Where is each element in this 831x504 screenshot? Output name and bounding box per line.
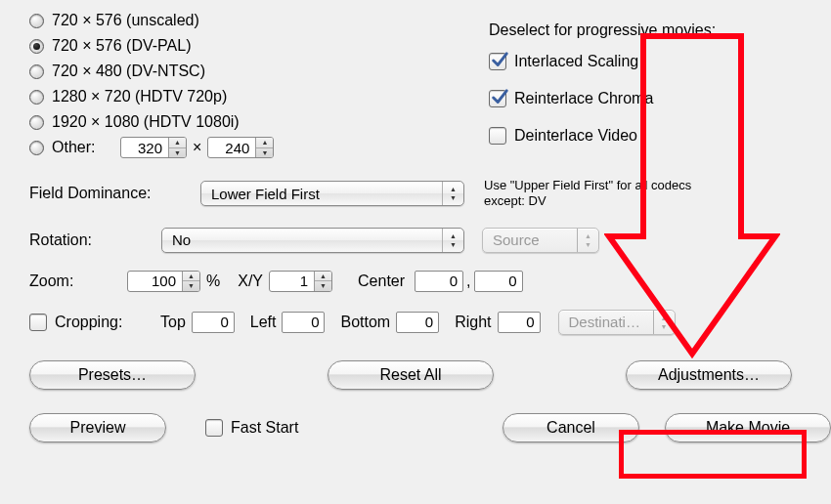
deselect-header: Deselect for progressive movies: [489,21,782,39]
chevron-updown-icon: ▲▼ [577,229,598,252]
chevron-updown-icon: ▲▼ [442,229,463,252]
checkbox-deinterlace_video[interactable] [489,127,506,145]
crop-destination-dropdown: Destinati… ▲▼ [558,310,676,335]
crop-top-label: Top [160,314,186,331]
checkbox-label-deinterlace_video: Deinterlace Video [514,127,637,145]
zoom-label: Zoom: [29,273,127,290]
fast-start-checkbox[interactable] [205,419,223,437]
preview-button[interactable]: Preview [29,413,166,442]
radio-resolution-label: 1280 × 720 (HDTV 720p) [52,88,227,105]
rotation-label: Rotation: [29,231,161,249]
field-dominance-hint: Use "Upper Field First" for all codecs e… [484,178,699,210]
dimension-separator: × [187,139,207,156]
radio-resolution-1[interactable] [29,39,44,54]
chevron-updown-icon: ▲▼ [442,182,463,205]
zoom-xy-stepper[interactable]: 1 ▲▼ [269,271,332,292]
radio-resolution-0[interactable] [29,14,44,28]
radio-resolution-label: 720 × 576 (DV-PAL) [52,37,191,55]
chevron-updown-icon: ▲▼ [653,311,675,334]
center-y-input[interactable]: 0 [474,271,523,292]
rotation-dropdown[interactable]: No ▲▼ [161,228,464,253]
cropping-checkbox[interactable] [29,314,47,331]
cropping-label: Cropping: [55,314,160,331]
crop-top-input[interactable]: 0 [192,312,235,333]
crop-right-label: Right [455,314,491,331]
crop-right-input[interactable]: 0 [498,312,541,333]
center-x-input[interactable]: 0 [415,271,463,292]
radio-resolution-other[interactable] [29,141,44,155]
crop-left-label: Left [250,314,277,331]
checkbox-label-reinterlace_chroma: Reinterlace Chroma [514,90,653,107]
adjustments-button[interactable]: Adjustments… [626,360,792,390]
radio-resolution-label: 720 × 480 (DV-NTSC) [52,63,205,80]
other-height-stepper[interactable]: 240 ▲▼ [207,137,274,158]
crop-left-input[interactable]: 0 [282,312,325,333]
radio-resolution-label: 720 × 576 (unscaled) [52,12,199,29]
zoom-xy-label: X/Y [238,273,263,290]
make-movie-button[interactable]: Make Movie [665,413,831,442]
zoom-center-label: Center [358,273,405,290]
cancel-button[interactable]: Cancel [503,413,639,442]
checkbox-label-interlaced_scaling: Interlaced Scaling [514,53,638,70]
checkbox-reinterlace_chroma[interactable] [489,90,506,107]
checkbox-interlaced_scaling[interactable] [489,53,506,70]
other-width-stepper[interactable]: 320 ▲▼ [120,137,187,158]
radio-resolution-label: 1920 × 1080 (HDTV 1080i) [52,113,240,131]
zoom-value-stepper[interactable]: 100 ▲▼ [127,271,200,292]
field-dominance-dropdown[interactable]: Lower Field First ▲▼ [200,181,464,206]
radio-resolution-4[interactable] [29,115,44,130]
fast-start-label: Fast Start [231,419,298,437]
radio-resolution-3[interactable] [29,90,44,105]
stepper-icon: ▲▼ [182,272,199,291]
crop-bottom-input[interactable]: 0 [396,312,439,333]
presets-button[interactable]: Presets… [29,360,196,390]
stepper-icon: ▲▼ [255,138,273,157]
stepper-icon: ▲▼ [168,138,186,157]
other-label: Other: [52,139,120,156]
radio-resolution-2[interactable] [29,64,44,79]
rotation-source-dropdown: Source ▲▼ [482,228,599,253]
stepper-icon: ▲▼ [314,272,331,291]
reset-all-button[interactable]: Reset All [328,360,494,390]
field-dominance-label: Field Dominance: [29,185,200,202]
crop-bottom-label: Bottom [340,314,390,331]
